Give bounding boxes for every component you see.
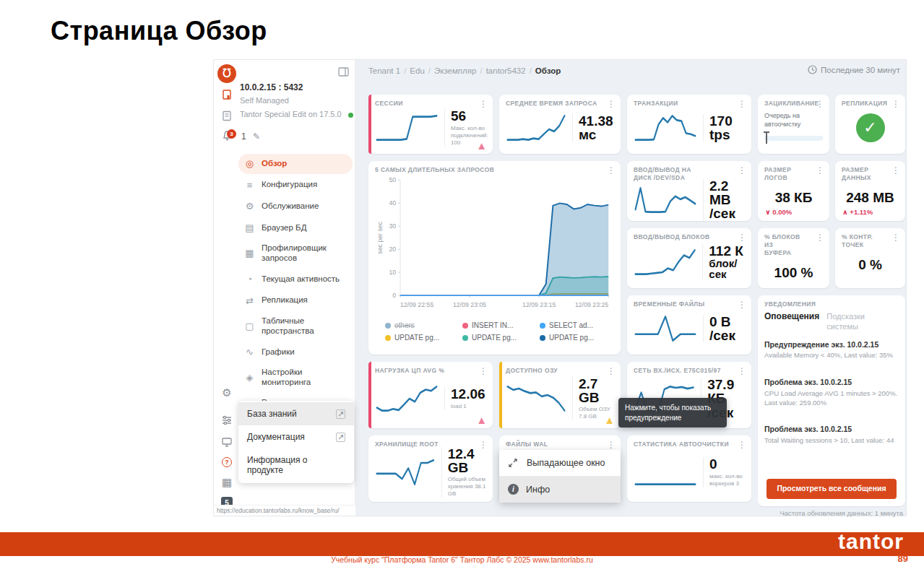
kebab-menu-icon[interactable]: ⋮ [816,233,824,242]
sidebar-item-monitoring-settings[interactable]: ◈Настройки мониторинга [238,363,353,392]
wraparound-progress [764,136,823,141]
kebab-menu-icon[interactable]: ⋮ [738,300,746,309]
log-size-delta: ∨ 0.00% [765,208,792,216]
warning-triangle-icon[interactable]: ▲ [476,140,487,151]
disk-io-sparkline [634,186,697,214]
kebab-menu-icon[interactable]: ⋮ [607,441,616,449]
instance-mode: Self Managed [240,96,289,105]
kebab-menu-icon[interactable]: ⋮ [479,100,488,108]
notification-item[interactable]: Проблема экз. 10.0.2.15 CPU Load Average… [764,378,899,407]
legend-item[interactable]: UPDATE pg... [385,334,459,342]
kebab-menu-icon[interactable]: ⋮ [607,367,616,376]
monitor-icon[interactable] [219,434,235,450]
overview-icon: ◎ [244,158,255,170]
breadcrumb-instance[interactable]: tantor5432 [486,66,526,75]
instance-icon [219,87,235,103]
sidebar-item-tablespaces[interactable]: ▢Табличные пространства [238,312,353,341]
sidebar-item-db-browser[interactable]: ▤Браузер БД [238,218,353,238]
breadcrumb-tenant[interactable]: Tenant 1 [368,66,400,75]
kebab-menu-icon[interactable]: ⋮ [738,367,746,376]
card-transactions[interactable]: ТРАНЗАКЦИИ⋮ 170tps [627,95,751,154]
kebab-menu-icon[interactable]: ⋮ [891,233,900,242]
menu-item-knowledge-base[interactable]: База знаний↗ [238,402,354,425]
storage-sparkline [375,458,436,487]
settings-gear-icon[interactable]: ⚙ [219,385,235,401]
tab-alerts[interactable]: Оповещения [764,311,819,321]
card-temp-files[interactable]: ВРЕМЕННЫЕ ФАЙЛЫ⋮ 0 В/сек [627,295,751,355]
sidebar-item-charts[interactable]: ∿Графики [238,342,353,363]
card-avg-query-time[interactable]: СРЕДНЕЕ ВРЕМЯ ЗАПРОСА⋮ 41.38мс [499,95,621,154]
card-buffer-hit-pct[interactable]: % БЛОКОВ ИЗ БУФЕРА⋮ 100 % [758,228,829,288]
kebab-menu-icon[interactable]: ⋮ [816,100,824,108]
legend-item[interactable]: UPDATE pg... [462,334,537,342]
card-blocks-io[interactable]: ВВОД/ВЫВОД БЛОКОВ⋮ 112 Кблок/сек [627,228,751,288]
time-range-selector[interactable]: Последние 30 минут [808,65,900,74]
kebab-menu-icon[interactable]: ⋮ [607,166,616,175]
card-replication[interactable]: РЕПЛИКАЦИЯ⋮ ✓ [835,95,905,154]
warning-triangle-icon[interactable]: ▲ [604,415,615,425]
sidebar-item-overview[interactable]: ◎Обзор [238,154,353,174]
legend-item[interactable]: SELECT ad... [540,321,614,329]
apps-grid-icon[interactable]: ▦ [219,474,235,490]
sidebar-item-replication[interactable]: ⇄Репликация [238,291,353,311]
kebab-menu-icon[interactable]: ⋮ [891,100,900,108]
breadcrumb-group[interactable]: Edu [410,66,424,75]
card-storage-root[interactable]: ХРАНИЛИЩЕ ROOT⋮ 12.4 GBОбщий объем хране… [368,435,493,502]
menu-item-documentation[interactable]: Документация↗ [238,425,354,448]
external-link-icon: ↗ [336,409,345,419]
card-wraparound[interactable]: ЗАЦИКЛИВАНИЕ⋮ Очередь на автоочистку [758,95,829,154]
kebab-menu-icon[interactable]: ⋮ [479,441,488,449]
kebab-menu-icon[interactable]: ⋮ [479,367,488,376]
card-checkpoint-pct[interactable]: % КОНТР. ТОЧЕК⋮ 0 % [835,228,905,288]
kebab-menu-icon[interactable]: ⋮ [816,166,824,175]
collapse-sidebar-icon[interactable] [338,66,349,77]
kebab-menu-icon[interactable]: ⋮ [738,233,746,242]
svg-text:30: 30 [389,222,396,230]
configuration-icon: ≡ [244,180,255,191]
ram-sparkline [506,384,566,413]
slide: Страница Обзор ᘮ 3 10.0.2.15 : 5432 Self… [0,0,924,564]
card-available-ram[interactable]: ДОСТУПНО ОЗУ⋮ 2.7 GBОбъем ОЗУ 7.8 GB ▲ [499,362,621,428]
view-all-messages-button[interactable]: Просмотреть все сообщения [767,479,897,499]
breadcrumb-type[interactable]: Экземпляр [434,66,476,75]
tablespaces-icon: ▢ [244,321,255,332]
card-sessions[interactable]: СЕССИИ⋮ 56Макс. кол-во подключений: 100 … [368,95,493,154]
help-icon[interactable]: ? [219,454,235,470]
legend-item[interactable]: INSERT IN... [462,321,537,329]
kebab-menu-icon[interactable]: ⋮ [891,166,900,175]
tune-icon[interactable] [219,412,235,428]
kebab-menu-icon[interactable]: ⋮ [607,100,616,108]
kebab-menu-icon[interactable]: ⋮ [738,100,746,108]
edit-pencil-icon[interactable]: ✎ [253,131,260,142]
sidebar-item-current-activity[interactable]: ◔Текущая активность [238,269,353,290]
card-cpu-load[interactable]: НАГРУЗКА ЦП AVG %⋮ 12.06load 1 ▲ [368,362,493,428]
tantor-app-screenshot: ᘮ 3 10.0.2.15 : 5432 Self Managed Tantor… [213,59,907,516]
wraparound-marker [766,133,767,144]
notification-item[interactable]: Предупреждение экз. 10.0.2.15 Available … [764,340,899,360]
legend-dot [385,335,391,341]
instance-address: 10.0.2.15 : 5432 [240,82,303,92]
sidebar-item-maintenance[interactable]: ⚙Обслуживание [238,196,353,217]
card-autovacuum-stats[interactable]: СТАТИСТИКА АВТООЧИСТКИ⋮ 0макс. кол-во во… [627,435,751,502]
legend-item[interactable]: UPDATE pg... [540,334,614,342]
tantor-logo-icon[interactable]: ᘮ [217,64,236,83]
kebab-menu-icon[interactable]: ⋮ [738,166,746,175]
cpu-load-sparkline [375,384,439,413]
card-data-size[interactable]: РАЗМЕР ДАННЫХ⋮ 248 MB ∧ +1.11% [835,161,905,221]
card-log-size[interactable]: РАЗМЕР ЛОГОВ⋮ 38 КБ ∨ 0.00% [758,161,829,221]
menu-item-product-info[interactable]: Информация о продукте [238,448,354,482]
sidebar-item-configuration[interactable]: ≡Конфигурация [238,175,353,196]
charts-icon: ∿ [244,347,255,358]
main-area: Tenant 1/Edu/Экземпляр/tantor5432/Обзор … [355,60,907,516]
card-top-queries-chart[interactable]: 5 САМЫХ ДЛИТЕЛЬНЫХ ЗАПРОСОВ⋮ 01020304050… [368,161,621,355]
legend-item[interactable]: others [385,321,459,329]
notification-item[interactable]: Проблема экз. 10.0.2.15 Total Waiting se… [764,425,899,445]
warning-triangle-icon[interactable]: ▲ [476,415,487,425]
tab-system-hints[interactable]: Подсказки системы [826,311,877,332]
kebab-menu-icon[interactable]: ⋮ [738,441,746,449]
menu-item-popup-window[interactable]: Выпадающее окно [499,450,621,476]
menu-item-info[interactable]: i Инфо [499,476,621,503]
svg-text:10: 10 [389,269,396,276]
sidebar-item-query-profiler[interactable]: ▦Профилировщик запросов [238,239,353,268]
card-disk-io[interactable]: ВВОД/ВЫВОД НА ДИСК /DEV/SDA⋮ 2.2 MB/сек [627,161,751,221]
